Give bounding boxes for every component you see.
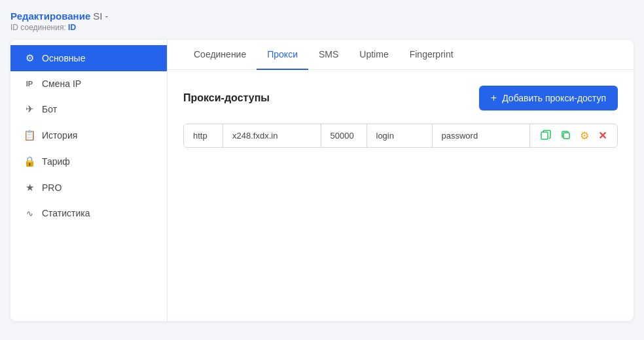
sidebar-label-bot: Бот — [42, 104, 57, 114]
proxy-password: password — [433, 124, 531, 147]
sidebar-label-main: Основные — [42, 53, 85, 63]
page-header: Редактирование SI - ID соединения: ID — [10, 10, 634, 32]
page-title: Редактирование SI - — [10, 10, 634, 22]
sidebar-label-history: История — [42, 130, 77, 141]
pro-icon: ★ — [24, 182, 35, 194]
bot-icon: ✈ — [24, 103, 35, 115]
settings-icon[interactable]: ⚙ — [577, 127, 592, 144]
tab-fingerprint[interactable]: Fingerprint — [399, 40, 464, 70]
content-body: Прокси-доступы + Добавить прокси-доступ … — [168, 70, 634, 169]
sidebar-item-ip[interactable]: IP Смена IP — [10, 71, 167, 96]
svg-rect-0 — [541, 132, 548, 139]
copy-icon-2[interactable] — [558, 127, 573, 145]
history-icon: 📋 — [24, 129, 35, 141]
add-proxy-button[interactable]: + Добавить прокси-доступ — [479, 86, 618, 110]
section-title: Прокси-доступы — [183, 92, 270, 104]
add-proxy-label: Добавить прокси-доступ — [502, 93, 606, 103]
main-layout: ⚙ Основные IP Смена IP ✈ Бот 📋 История 🔒… — [10, 40, 634, 321]
ip-icon: IP — [24, 80, 35, 88]
sidebar-item-stats[interactable]: ∿ Статистика — [10, 201, 167, 226]
tab-connection[interactable]: Соединение — [183, 40, 257, 70]
stats-icon: ∿ — [24, 209, 35, 218]
proxy-actions: ⚙ ✕ — [530, 127, 617, 145]
svg-rect-2 — [564, 133, 569, 139]
proxy-port: 50000 — [321, 124, 367, 147]
section-header: Прокси-доступы + Добавить прокси-доступ — [183, 86, 618, 110]
sidebar-item-main[interactable]: ⚙ Основные — [10, 45, 167, 71]
plus-icon: + — [491, 92, 497, 104]
sidebar-label-tariff: Тариф — [42, 156, 70, 167]
tab-sms[interactable]: SMS — [308, 40, 349, 70]
content-area: Соединение Прокси SMS Uptime Fingerprint… — [168, 40, 634, 321]
tabs-bar: Соединение Прокси SMS Uptime Fingerprint — [168, 40, 634, 70]
proxy-row: http x248.fxdx.in 50000 login password — [183, 124, 618, 148]
connection-id: ID соединения: ID — [10, 23, 634, 32]
sidebar-label-pro: PRO — [42, 182, 62, 193]
proxy-login: login — [367, 124, 433, 147]
tab-uptime[interactable]: Uptime — [349, 40, 399, 70]
sidebar: ⚙ Основные IP Смена IP ✈ Бот 📋 История 🔒… — [10, 40, 168, 321]
sidebar-item-bot[interactable]: ✈ Бот — [10, 96, 167, 122]
gear-icon: ⚙ — [24, 52, 35, 64]
sidebar-label-ip: Смена IP — [42, 78, 81, 89]
copy-icon-1[interactable] — [538, 127, 554, 145]
tab-proxy[interactable]: Прокси — [257, 40, 308, 70]
sidebar-label-stats: Статистика — [42, 208, 90, 218]
proxy-host: x248.fxdx.in — [223, 124, 321, 147]
delete-icon[interactable]: ✕ — [596, 127, 609, 144]
sidebar-item-history[interactable]: 📋 История — [10, 122, 167, 148]
sidebar-item-pro[interactable]: ★ PRO — [10, 175, 167, 201]
tariff-icon: 🔒 — [24, 156, 35, 167]
sidebar-item-tariff[interactable]: 🔒 Тариф — [10, 148, 167, 175]
proxy-protocol: http — [184, 124, 223, 147]
